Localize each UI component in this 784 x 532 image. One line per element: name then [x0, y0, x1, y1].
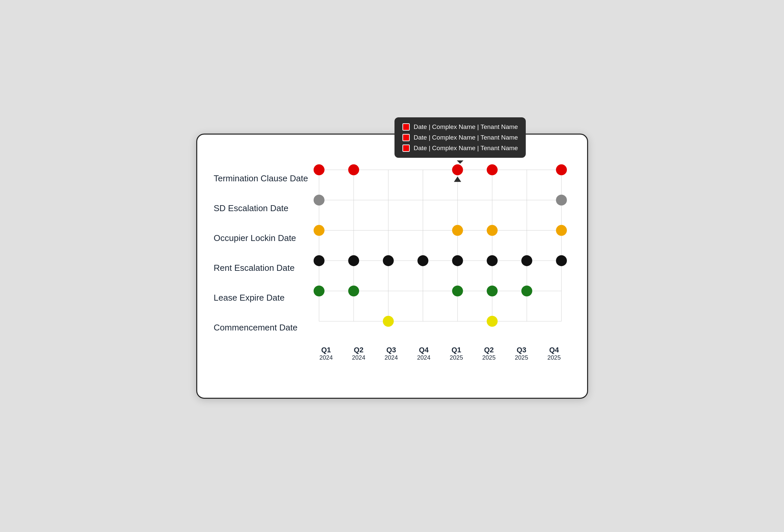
- row-label-occupier_lockin: Occupier Lockin Date: [214, 223, 310, 253]
- dot[interactable]: [417, 255, 428, 266]
- dot[interactable]: [452, 225, 463, 236]
- col-label-1: Q22024: [342, 346, 375, 361]
- col-label-2: Q32024: [375, 346, 408, 361]
- dot[interactable]: [556, 164, 567, 175]
- row-label-rent_escalation: Rent Escalation Date: [214, 253, 310, 283]
- dot[interactable]: [348, 285, 359, 296]
- grid-area: Date | Complex Name | Tenant Name Date |…: [310, 164, 570, 361]
- dot[interactable]: [487, 285, 498, 296]
- quarter-label: Q3: [516, 346, 526, 354]
- tooltip-text: Date | Complex Name | Tenant Name: [414, 123, 518, 131]
- quarter-label: Q1: [451, 346, 461, 354]
- dot[interactable]: [521, 255, 532, 266]
- year-label: 2024: [319, 354, 333, 361]
- dot[interactable]: [487, 315, 498, 327]
- row-label-lease_expire: Lease Expire Date: [214, 283, 310, 313]
- dot[interactable]: [313, 195, 324, 205]
- year-label: 2024: [352, 354, 365, 361]
- tooltip-row: Date | Complex Name | Tenant Name: [402, 134, 518, 141]
- tooltip-row: Date | Complex Name | Tenant Name: [402, 123, 518, 131]
- dot[interactable]: [452, 255, 463, 266]
- dot[interactable]: [452, 285, 463, 296]
- chart-area: Termination Clause DateSD Escalation Dat…: [214, 164, 570, 361]
- tooltip-text: Date | Complex Name | Tenant Name: [414, 134, 518, 141]
- dot[interactable]: [383, 255, 393, 266]
- col-label-3: Q42024: [408, 346, 440, 361]
- dot[interactable]: [313, 255, 324, 266]
- dot[interactable]: [487, 164, 498, 175]
- row-label-termination: Termination Clause Date: [214, 164, 310, 194]
- dot[interactable]: [521, 285, 532, 296]
- quarter-label: Q2: [484, 346, 494, 354]
- quarter-label: Q3: [386, 346, 396, 354]
- col-label-6: Q32025: [505, 346, 538, 361]
- tooltip: Date | Complex Name | Tenant Name Date |…: [394, 117, 526, 158]
- quarter-label: Q2: [354, 346, 363, 354]
- tooltip-icon: [402, 144, 410, 152]
- tooltip-text: Date | Complex Name | Tenant Name: [414, 144, 518, 152]
- dot[interactable]: [487, 255, 498, 266]
- tooltip-row: Date | Complex Name | Tenant Name: [402, 144, 518, 152]
- tooltip-icon: [402, 134, 410, 141]
- dot[interactable]: [313, 164, 324, 175]
- dot[interactable]: [452, 164, 463, 175]
- row-label-commencement: Commencement Date: [214, 313, 310, 343]
- quarter-label: Q4: [419, 346, 429, 354]
- dot[interactable]: [383, 315, 393, 327]
- main-card: Termination Clause DateSD Escalation Dat…: [196, 134, 588, 399]
- grid-inner: Date | Complex Name | Tenant Name Date |…: [310, 164, 570, 343]
- year-label: 2024: [417, 354, 430, 361]
- tooltip-icon: [402, 123, 410, 131]
- col-label-5: Q22025: [473, 346, 505, 361]
- dot[interactable]: [313, 225, 324, 236]
- col-label-7: Q42025: [538, 346, 570, 361]
- year-label: 2025: [450, 354, 463, 361]
- dot[interactable]: [556, 255, 567, 266]
- dot[interactable]: [556, 225, 567, 236]
- tooltip-arrow: [454, 176, 461, 181]
- dot[interactable]: [556, 195, 567, 205]
- quarter-label: Q4: [549, 346, 559, 354]
- row-labels: Termination Clause DateSD Escalation Dat…: [214, 164, 310, 361]
- col-label-4: Q12025: [440, 346, 473, 361]
- year-label: 2025: [515, 354, 528, 361]
- dot[interactable]: [487, 225, 498, 236]
- col-label-0: Q12024: [310, 346, 342, 361]
- dot[interactable]: [313, 285, 324, 296]
- year-label: 2025: [547, 354, 561, 361]
- col-labels: Q12024Q22024Q32024Q42024Q12025Q22025Q320…: [310, 343, 570, 361]
- row-label-sd_escalation: SD Escalation Date: [214, 194, 310, 223]
- year-label: 2025: [482, 354, 496, 361]
- chart-svg: [310, 164, 570, 328]
- quarter-label: Q1: [321, 346, 331, 354]
- dot[interactable]: [348, 164, 359, 175]
- dot[interactable]: [348, 255, 359, 266]
- year-label: 2024: [385, 354, 398, 361]
